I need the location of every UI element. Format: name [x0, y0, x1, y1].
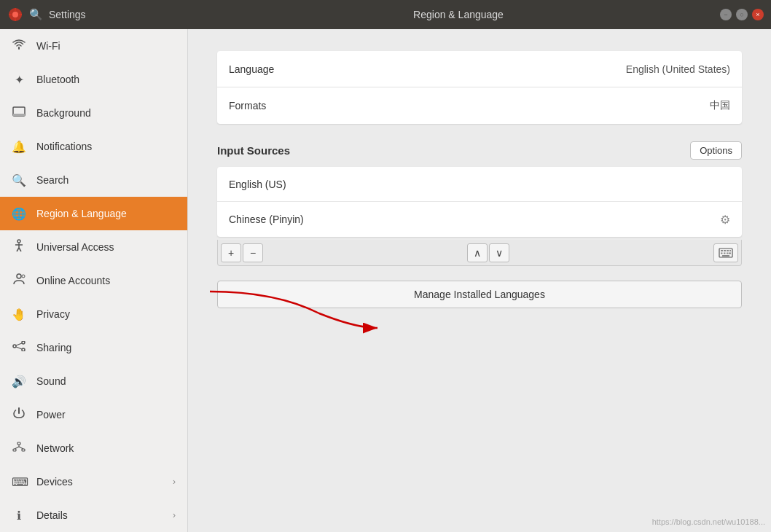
sidebar-item-bluetooth-label: Bluetooth	[36, 74, 176, 85]
titlebar: 🔍 Settings Region & Language − ○ ×	[0, 0, 771, 29]
input-source-chinese-label: Chinese (Pinyin)	[229, 214, 720, 225]
input-source-chinese[interactable]: Chinese (Pinyin) ⚙	[217, 202, 742, 237]
sidebar-item-details[interactable]: ℹ Details ›	[0, 498, 187, 532]
sidebar-item-wifi[interactable]: Wi-Fi	[0, 29, 187, 63]
svg-rect-30	[729, 250, 731, 251]
options-button[interactable]: Options	[690, 141, 742, 160]
sidebar: Wi-Fi ✦ Bluetooth Background 🔔 Notificat…	[0, 29, 188, 532]
move-up-button[interactable]: ∧	[467, 243, 488, 262]
sidebar-item-bluetooth[interactable]: ✦ Bluetooth	[0, 63, 187, 96]
keyboard-preview-button[interactable]	[713, 243, 738, 262]
svg-point-8	[17, 240, 20, 243]
watermark: https://blog.csdn.net/wu10188...	[652, 517, 765, 526]
privacy-icon: 🤚	[12, 308, 26, 321]
background-icon	[12, 106, 26, 120]
move-down-button[interactable]: ∨	[489, 243, 509, 262]
language-formats-card: Language English (United States) Formats…	[217, 51, 742, 124]
wifi-icon	[12, 39, 26, 52]
search-icon[interactable]: 🔍	[29, 8, 43, 21]
sidebar-item-privacy-label: Privacy	[36, 308, 176, 320]
region-icon: 🌐	[12, 207, 26, 221]
universal-access-icon	[12, 239, 26, 255]
input-source-english[interactable]: English (US)	[217, 167, 742, 202]
sidebar-item-search-label: Search	[36, 174, 176, 186]
app-icon	[7, 7, 23, 23]
devices-icon: ⌨	[12, 475, 26, 489]
sidebar-item-background[interactable]: Background	[0, 96, 187, 130]
svg-rect-22	[22, 449, 25, 451]
formats-value: 中国	[710, 99, 730, 112]
network-icon	[12, 442, 26, 455]
annotation-arrow-1	[188, 153, 210, 211]
svg-line-19	[16, 347, 22, 349]
input-sources-title: Input Sources	[217, 144, 690, 157]
input-sources-card: English (US) Chinese (Pinyin) ⚙	[217, 167, 742, 237]
sidebar-item-online-accounts[interactable]: Online Accounts	[0, 264, 187, 297]
svg-rect-29	[727, 250, 729, 251]
sidebar-item-sharing[interactable]: Sharing	[0, 331, 187, 364]
language-label: Language	[229, 63, 626, 75]
details-arrow-icon: ›	[173, 510, 176, 520]
sidebar-item-power[interactable]: Power	[0, 398, 187, 431]
sidebar-item-devices[interactable]: ⌨ Devices ›	[0, 465, 187, 498]
titlebar-window-title: Region & Language	[197, 9, 720, 20]
sidebar-item-sharing-label: Sharing	[36, 342, 176, 353]
svg-rect-32	[724, 252, 726, 254]
sidebar-item-universal-access-label: Universal Access	[36, 241, 176, 253]
content-area: Language English (United States) Formats…	[188, 29, 771, 532]
svg-point-14	[22, 275, 25, 278]
sidebar-item-region[interactable]: 🌐 Region & Language	[0, 197, 187, 230]
sidebar-item-sound[interactable]: 🔊 Sound	[0, 364, 187, 398]
minimize-button[interactable]: −	[720, 9, 732, 20]
sidebar-item-notifications[interactable]: 🔔 Notifications	[0, 130, 187, 163]
sidebar-item-network-label: Network	[36, 442, 176, 454]
sidebar-item-background-label: Background	[36, 107, 176, 119]
svg-point-15	[13, 345, 16, 348]
svg-point-1	[12, 12, 18, 17]
remove-source-button[interactable]: −	[243, 243, 263, 262]
titlebar-left: 🔍 Settings	[7, 7, 197, 23]
settings-gear-icon[interactable]: ⚙	[720, 213, 730, 227]
sidebar-item-search[interactable]: 🔍 Search	[0, 163, 187, 197]
input-sources-toolbar: + − ∧ ∨	[217, 240, 742, 266]
svg-rect-20	[17, 442, 20, 445]
svg-rect-27	[721, 250, 723, 251]
manage-languages-button[interactable]: Manage Installed Languages	[217, 281, 742, 308]
sidebar-item-notifications-label: Notifications	[36, 141, 176, 152]
titlebar-app-title: Settings	[49, 9, 86, 20]
sidebar-item-power-label: Power	[36, 409, 176, 420]
details-icon: ℹ	[12, 509, 26, 523]
input-sources-header: Input Sources Options	[217, 141, 742, 160]
bluetooth-icon: ✦	[12, 73, 26, 87]
language-value: English (United States)	[626, 63, 730, 75]
svg-rect-35	[722, 255, 729, 257]
svg-rect-28	[724, 250, 726, 251]
devices-arrow-icon: ›	[173, 477, 176, 487]
sidebar-item-network[interactable]: Network	[0, 431, 187, 465]
window-controls: − ○ ×	[720, 9, 764, 20]
svg-rect-33	[727, 252, 729, 254]
sidebar-item-privacy[interactable]: 🤚 Privacy	[0, 297, 187, 331]
maximize-button[interactable]: ○	[736, 9, 748, 20]
sidebar-item-universal-access[interactable]: Universal Access	[0, 230, 187, 264]
svg-point-16	[22, 341, 25, 344]
svg-point-13	[17, 274, 21, 278]
sound-icon: 🔊	[12, 375, 26, 388]
notifications-icon: 🔔	[12, 140, 26, 154]
svg-line-24	[15, 447, 19, 449]
sidebar-item-wifi-label: Wi-Fi	[36, 40, 176, 52]
add-source-button[interactable]: +	[221, 243, 241, 262]
close-button[interactable]: ×	[752, 9, 764, 20]
svg-rect-34	[729, 252, 731, 254]
svg-line-18	[16, 343, 22, 345]
language-row[interactable]: Language English (United States)	[217, 51, 742, 87]
svg-line-25	[19, 447, 23, 449]
sidebar-item-online-accounts-label: Online Accounts	[36, 275, 176, 286]
search-nav-icon: 🔍	[12, 173, 26, 187]
formats-row[interactable]: Formats 中国	[217, 87, 742, 124]
svg-line-11	[17, 248, 19, 251]
sidebar-item-sound-label: Sound	[36, 375, 176, 387]
sidebar-item-devices-label: Devices	[36, 476, 163, 488]
sharing-icon	[12, 341, 26, 354]
power-icon	[12, 407, 26, 423]
